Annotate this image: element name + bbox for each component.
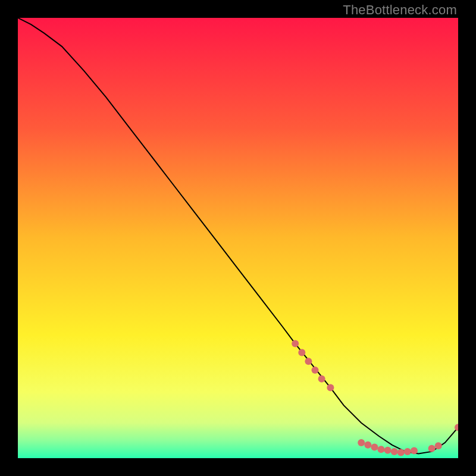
marker-dot bbox=[391, 448, 398, 455]
marker-dot bbox=[364, 441, 371, 449]
marker-dot bbox=[327, 384, 334, 392]
marker-dot bbox=[404, 448, 411, 455]
marker-dot bbox=[435, 442, 442, 449]
gradient-background bbox=[18, 18, 458, 458]
marker-dot bbox=[298, 349, 305, 356]
marker-dot bbox=[358, 439, 365, 446]
marker-dot bbox=[292, 340, 299, 347]
marker-dot bbox=[312, 367, 319, 374]
marker-dot bbox=[384, 447, 392, 454]
marker-dot bbox=[305, 358, 312, 365]
marker-dot bbox=[318, 375, 325, 383]
chart-frame: TheBottleneck.com bbox=[0, 0, 476, 476]
marker-dot bbox=[378, 446, 385, 453]
marker-dot bbox=[397, 449, 405, 456]
plot-area bbox=[18, 18, 458, 458]
plot-svg bbox=[18, 18, 458, 458]
watermark-text: TheBottleneck.com bbox=[343, 2, 457, 18]
marker-dot bbox=[428, 445, 436, 452]
marker-dot bbox=[371, 444, 378, 451]
marker-dot bbox=[411, 447, 418, 454]
